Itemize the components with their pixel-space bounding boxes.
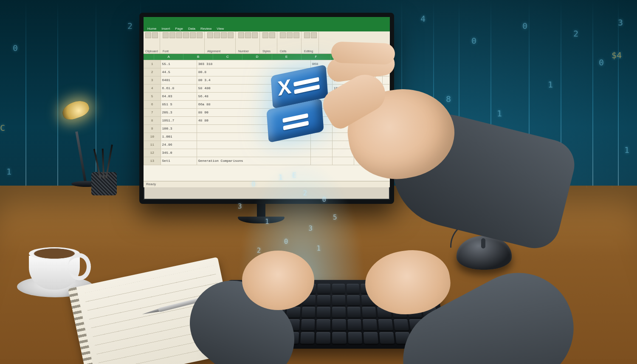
key[interactable] [332,332,347,344]
ribbon-tabs: Home Insert Page Data Review View [144,25,390,31]
ribbon-tab[interactable]: Data [187,26,197,31]
app-titlebar [144,17,390,25]
ribbon-tab[interactable]: Home [146,26,158,31]
ribbon-tab[interactable]: Insert [160,26,171,31]
large-reaching-hand [297,38,552,259]
key[interactable] [332,307,346,317]
key[interactable] [332,319,346,330]
pen-cup [87,161,121,195]
ribbon-tab[interactable]: View [215,26,225,31]
right-typing-hand [348,238,527,364]
key[interactable] [332,295,345,305]
illustration-scene: 0 1 2 3 4 8 0 1 0 1 2 0 3 1 $4 C Home [0,0,637,364]
ribbon-tab[interactable]: Review [199,26,213,31]
ribbon-tab[interactable]: Page [174,26,184,31]
left-typing-hand [212,238,331,348]
key[interactable] [332,284,345,293]
